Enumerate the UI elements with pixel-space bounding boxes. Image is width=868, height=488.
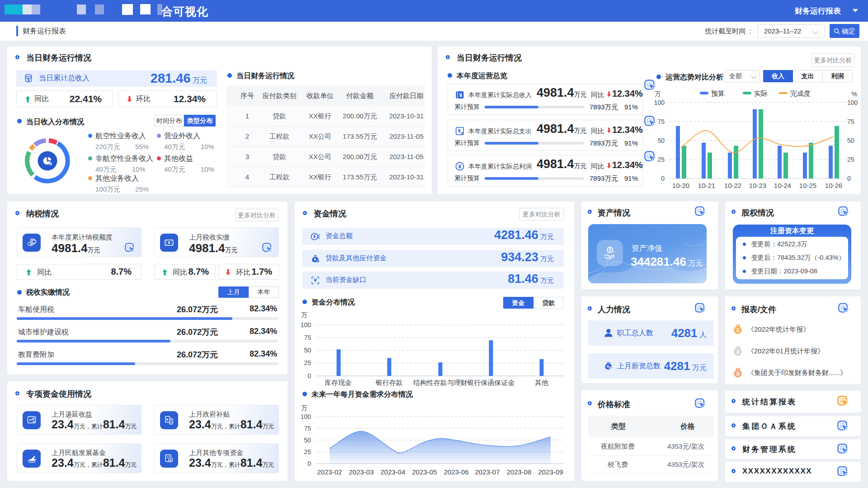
svg-text:¥: ¥ <box>609 248 612 253</box>
svg-text:完成度: 完成度 <box>790 89 811 97</box>
svg-text:2023-06: 2023-06 <box>443 468 468 476</box>
svg-text:50: 50 <box>304 436 311 444</box>
svg-text:50: 50 <box>847 137 854 144</box>
svg-text:银行保函保证金: 银行保函保证金 <box>467 379 515 386</box>
svg-text:50: 50 <box>657 137 665 144</box>
svg-text:预算: 预算 <box>711 89 725 97</box>
svg-text:100: 100 <box>301 321 311 328</box>
svg-text:¥: ¥ <box>170 458 172 462</box>
svg-text:3: 3 <box>736 371 739 376</box>
svg-text:25: 25 <box>847 156 854 163</box>
svg-text:50: 50 <box>304 347 311 354</box>
svg-text:75: 75 <box>304 425 311 432</box>
svg-text:75: 75 <box>304 334 311 341</box>
svg-text:2023-08: 2023-08 <box>506 468 531 476</box>
svg-text:25: 25 <box>304 448 311 455</box>
svg-text:¥: ¥ <box>458 128 461 133</box>
svg-text:¥: ¥ <box>607 364 609 369</box>
svg-text:银行存款: 银行存款 <box>375 379 403 386</box>
svg-text:0: 0 <box>661 175 665 182</box>
svg-text:2023-03: 2023-03 <box>349 468 373 476</box>
svg-text:2023-07: 2023-07 <box>475 468 500 476</box>
svg-text:0: 0 <box>307 372 311 380</box>
svg-text:¥: ¥ <box>314 257 316 262</box>
svg-text:100: 100 <box>301 413 311 420</box>
svg-text:¥: ¥ <box>459 92 462 99</box>
svg-text:1: 1 <box>736 328 739 333</box>
svg-text:%: % <box>852 90 857 98</box>
svg-text:10-22: 10-22 <box>724 182 741 189</box>
svg-text:100: 100 <box>654 99 665 106</box>
svg-text:75: 75 <box>657 118 665 125</box>
svg-text:10-26: 10-26 <box>825 182 842 189</box>
svg-text:¥: ¥ <box>166 418 169 422</box>
svg-text:2: 2 <box>736 349 739 355</box>
svg-text:75: 75 <box>847 118 854 125</box>
svg-text:2023-04: 2023-04 <box>380 468 405 476</box>
svg-text:10-24: 10-24 <box>774 182 791 189</box>
svg-text:25: 25 <box>657 156 665 163</box>
svg-text:2023-09: 2023-09 <box>538 468 563 476</box>
svg-text:25: 25 <box>304 359 311 366</box>
svg-text:2023-02: 2023-02 <box>317 468 342 476</box>
svg-text:¥: ¥ <box>313 234 316 239</box>
svg-text:0: 0 <box>307 460 311 467</box>
svg-text:万: 万 <box>301 405 307 412</box>
svg-text:10-20: 10-20 <box>672 182 689 189</box>
svg-text:结构性存款与理财: 结构性存款与理财 <box>413 379 467 386</box>
svg-text:¥: ¥ <box>458 164 462 170</box>
svg-text:2023-05: 2023-05 <box>412 468 437 476</box>
svg-text:实际: 实际 <box>754 89 768 97</box>
svg-text:10-25: 10-25 <box>799 182 816 189</box>
svg-text:万: 万 <box>301 312 307 319</box>
svg-text:万: 万 <box>655 90 661 98</box>
svg-text:其他: 其他 <box>535 379 548 386</box>
svg-text:库存现金: 库存现金 <box>325 379 352 386</box>
svg-text:10-21: 10-21 <box>698 182 715 189</box>
svg-text:10-23: 10-23 <box>749 182 766 189</box>
